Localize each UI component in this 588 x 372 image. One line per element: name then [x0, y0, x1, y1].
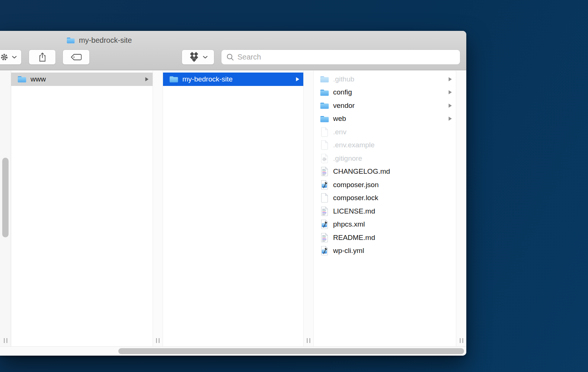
item-label: .gitignore [333, 154, 362, 163]
list-item-license-md[interactable]: LICENSE.md [314, 205, 456, 218]
item-label: wp-cli.yml [333, 247, 364, 255]
list-item--env[interactable]: .env [314, 125, 456, 139]
doc-tool-icon [319, 246, 330, 256]
list-item-web[interactable]: web [314, 112, 456, 126]
doc-blank-icon [319, 140, 330, 150]
list-item-readme-md[interactable]: README.md [314, 231, 456, 244]
dropbox-menu-button[interactable] [182, 49, 214, 65]
column-gutter [456, 71, 466, 346]
column-files: .github config vendor web .env .env.exam… [314, 71, 456, 346]
column-resize-handle[interactable] [156, 338, 160, 343]
list-item-phpcs-xml[interactable]: phpcs.xml [314, 218, 456, 231]
share-button[interactable] [29, 49, 56, 65]
list-item-composer-lock[interactable]: composer.lock [314, 192, 456, 205]
dropbox-icon [189, 52, 199, 62]
list-item-config[interactable]: config [314, 86, 456, 99]
list-item-changelog-md[interactable]: CHANGELOG.md [314, 165, 456, 179]
item-label: www [31, 75, 46, 83]
doc-blank-icon [319, 193, 330, 203]
tag-button[interactable] [63, 49, 90, 65]
item-label: web [333, 115, 346, 123]
column-parent: www [11, 71, 153, 346]
horizontal-scrollbar-track [0, 346, 466, 356]
item-label: phpcs.xml [333, 220, 365, 228]
disclosure-arrow-icon[interactable] [448, 103, 452, 108]
item-label: .github [333, 75, 354, 83]
search-placeholder: Search [237, 53, 261, 61]
tag-icon [70, 53, 82, 61]
doc-md-icon [319, 166, 330, 177]
folder-icon [169, 75, 179, 83]
item-label: my-bedrock-site [182, 75, 233, 83]
folder-icon [319, 89, 330, 96]
window-title-group: my-bedrock-site [66, 35, 132, 45]
doc-md-icon [319, 232, 330, 243]
horizontal-scrollbar[interactable] [118, 348, 464, 354]
item-label: LICENSE.md [333, 207, 375, 215]
item-label: vendor [333, 102, 355, 110]
disclosure-arrow-icon[interactable] [448, 116, 452, 121]
column-gutter [0, 71, 11, 346]
disclosure-arrow-icon [296, 77, 300, 81]
folder-icon [66, 36, 75, 44]
item-label: composer.json [333, 181, 379, 189]
folder-icon [319, 102, 330, 109]
doc-gear-icon [319, 153, 330, 164]
list-item-vendor[interactable]: vendor [314, 99, 456, 112]
disclosure-arrow-icon[interactable] [448, 77, 452, 81]
folder-icon [17, 75, 27, 83]
action-menu-button[interactable] [0, 49, 22, 65]
list-item--env-example[interactable]: .env.example [314, 139, 456, 152]
column-resize-handle[interactable] [4, 338, 7, 343]
column-gutter [303, 71, 314, 346]
folder-icon [319, 115, 330, 123]
item-label: .env.example [333, 141, 375, 149]
vertical-scrollbar[interactable] [2, 158, 9, 237]
doc-tool-icon [319, 219, 330, 230]
search-icon [226, 53, 234, 61]
folder-icon [319, 75, 330, 83]
column-resize-handle[interactable] [307, 338, 310, 343]
window-title: my-bedrock-site [79, 36, 132, 45]
column-resize-handle[interactable] [460, 338, 463, 343]
list-item-composer-json[interactable]: composer.json [314, 178, 456, 192]
item-label: README.md [333, 234, 375, 242]
finder-window: my-bedrock-site [0, 31, 466, 356]
gear-icon [0, 53, 9, 61]
column-browser: www my-bedrock-s [0, 71, 466, 346]
list-item-wp-cli-yml[interactable]: wp-cli.yml [314, 244, 456, 258]
search-input[interactable]: Search [221, 49, 460, 65]
item-label: config [333, 88, 352, 96]
disclosure-arrow-icon [145, 77, 149, 81]
doc-blank-icon [319, 127, 330, 137]
list-item-my-bedrock-site[interactable]: my-bedrock-site [163, 73, 303, 86]
list-item--github[interactable]: .github [314, 73, 456, 86]
window-header: my-bedrock-site [0, 31, 466, 70]
chevron-down-icon [203, 56, 208, 59]
item-label: composer.lock [333, 194, 378, 202]
column-current: my-bedrock-site [163, 71, 303, 346]
share-icon [38, 52, 47, 62]
column-gutter [153, 71, 163, 346]
doc-md-icon [319, 206, 330, 217]
item-label: CHANGELOG.md [333, 167, 390, 176]
list-item--gitignore[interactable]: .gitignore [314, 152, 456, 165]
item-label: .env [333, 128, 346, 136]
doc-tool-icon [319, 180, 330, 190]
disclosure-arrow-icon[interactable] [448, 90, 452, 94]
chevron-down-icon [12, 56, 17, 59]
list-item-www[interactable]: www [11, 73, 153, 86]
